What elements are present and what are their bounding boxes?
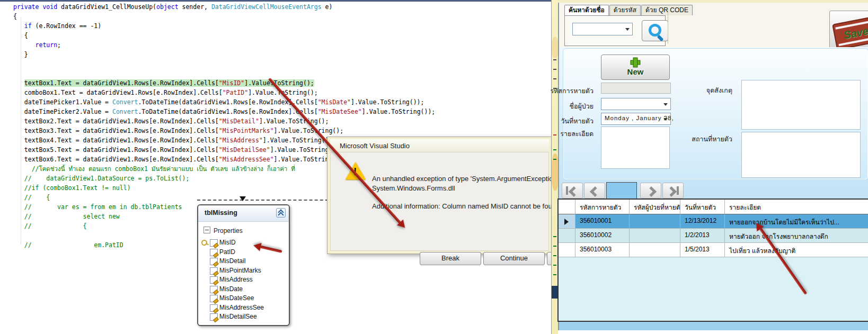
- current-row-icon: [564, 219, 569, 225]
- grid-cell[interactable]: ไปเที่ยว แล้วหลงกับญาติ: [725, 243, 868, 257]
- entity-field-misdetail[interactable]: MisDetail: [198, 257, 289, 266]
- save-button[interactable]: Save: [829, 11, 868, 53]
- tblmissing-header[interactable]: tblMissing: [198, 205, 289, 222]
- property-icon: [210, 286, 218, 293]
- dialog-titlebar[interactable]: Microsoft Visual Studio: [330, 139, 549, 152]
- dialog-message-line3: Additional information: Column named Mis…: [372, 202, 562, 210]
- property-icon: [210, 276, 218, 284]
- code-line: }: [13, 50, 435, 59]
- grid-cell[interactable]: 356010003: [575, 243, 630, 257]
- plus-icon: [631, 58, 640, 67]
- break-button[interactable]: Break: [420, 252, 481, 265]
- chevron-down-icon: [663, 103, 668, 106]
- nav-last-button[interactable]: [662, 183, 684, 198]
- grid-cell[interactable]: 1/2/2013: [680, 229, 725, 243]
- grid-header-cell[interactable]: รายละเอียด: [725, 200, 868, 214]
- grid-header-cell[interactable]: รหัสผู้ป่วยที่หายตัว: [630, 200, 680, 214]
- grid-row-selector[interactable]: [559, 214, 575, 229]
- landmark-textarea[interactable]: [741, 80, 861, 130]
- grid-cell[interactable]: 356010001: [575, 214, 630, 229]
- grid-row-selector[interactable]: [559, 229, 575, 243]
- grid-cell[interactable]: หายตัวออก จากโรงพยาบาลกลางดึก: [725, 229, 868, 243]
- entity-field-mispointmarks[interactable]: MisPointMarks: [198, 266, 289, 276]
- code-line: dateTimePicker2.Value = Convert.ToDateTi…: [13, 107, 435, 116]
- tab-0[interactable]: ค้นหาด้วยชื่อ: [564, 5, 609, 16]
- detail-label: รายละเอียด: [560, 129, 594, 139]
- grid-cell[interactable]: [630, 229, 680, 243]
- grid-header-cell[interactable]: รหัสการหายตัว: [575, 200, 630, 214]
- grid-cell[interactable]: 1/5/2013: [680, 243, 725, 257]
- record-groupbox: New รหัสการหายตัว ชื่อผู้ป่วย วันที่หายต…: [563, 49, 868, 179]
- tab-1[interactable]: ด้วยรหัส: [609, 5, 641, 15]
- properties-section[interactable]: Properties: [203, 227, 243, 235]
- property-icon: [210, 249, 218, 256]
- place-textarea[interactable]: [741, 132, 861, 178]
- code-line: comboBox1.Text = dataGridView1.Rows[e.Ro…: [13, 88, 435, 97]
- entity-field-misdatesee[interactable]: MisDateSee: [198, 294, 289, 303]
- dialog-message-line2: System.Windows.Forms.dll: [372, 184, 455, 192]
- collapse-button[interactable]: [276, 208, 286, 218]
- entity-field-misaddress[interactable]: MisAddress: [198, 275, 289, 285]
- grid-header-selector: [559, 200, 575, 214]
- grid-row-356010001[interactable]: 35601000112/13/2012หายออกจากบ้านโดยไม่มี…: [559, 214, 868, 229]
- nav-next-button[interactable]: [640, 183, 661, 198]
- chevron-right-icon: [646, 186, 657, 197]
- patient-name-label: ชื่อผู้ป่วย: [569, 101, 594, 112]
- save-stamp-icon: Save: [832, 15, 868, 50]
- property-icon: [210, 304, 218, 312]
- grid-row-selector[interactable]: [559, 243, 575, 257]
- grid-cell[interactable]: [630, 214, 680, 229]
- code-line: [13, 69, 435, 78]
- chevron-left-icon: [569, 186, 579, 197]
- missing-records-grid[interactable]: รหัสการหายตัวรหัสผู้ป่วยที่หายตัววันที่ห…: [557, 198, 868, 322]
- grid-cell[interactable]: 356010002: [575, 229, 630, 243]
- landmark-label: จุดสังเกตุ: [706, 85, 732, 96]
- continue-button[interactable]: Continue: [483, 252, 545, 265]
- entity-field-misid[interactable]: MisID: [198, 238, 289, 248]
- grid-cell[interactable]: 12/13/2012: [680, 214, 725, 229]
- search-tab-page: [564, 15, 666, 46]
- search-icon: [649, 24, 661, 37]
- nav-first-button[interactable]: [562, 183, 583, 198]
- property-icon: [210, 295, 218, 302]
- code-line: if (e.RowIndex == -1): [13, 21, 435, 31]
- tblmissing-title: tblMissing: [205, 209, 237, 216]
- grid-row-356010003[interactable]: 3560100031/5/2013ไปเที่ยว แล้วหลงกับญาติ: [559, 243, 868, 257]
- code-line: {: [13, 31, 435, 40]
- dialog-body: An unhandled exception of type 'System.A…: [330, 152, 549, 251]
- patient-name-combobox[interactable]: [601, 98, 671, 110]
- missing-code-field[interactable]: [601, 83, 671, 94]
- code-line: textBox2.Text = dataGridView1.Rows[e.Row…: [13, 116, 435, 126]
- exception-dialog: Microsoft Visual Studio An unhandled exc…: [327, 137, 552, 254]
- collapse-minus-icon[interactable]: [203, 227, 210, 233]
- tblmissing-entity-panel[interactable]: tblMissing Properties MisIDPatIDMisDetai…: [197, 204, 290, 326]
- entity-field-misaddresssee[interactable]: MisAddressSee: [198, 303, 289, 313]
- toolbar-separator: [668, 11, 668, 43]
- nav-prev-button[interactable]: [584, 183, 605, 198]
- chevron-down-icon: [663, 118, 668, 121]
- dialog-title: Microsoft Visual Studio: [340, 142, 410, 150]
- new-button[interactable]: New: [601, 55, 670, 80]
- code-line: {: [13, 12, 435, 21]
- save-button-label: Save: [843, 25, 868, 41]
- entity-field-misdate[interactable]: MisDate: [198, 285, 289, 294]
- search-button[interactable]: [642, 20, 668, 41]
- record-position-box[interactable]: [606, 182, 637, 199]
- grid-header-row: รหัสการหายตัวรหัสผู้ป่วยที่หายตัววันที่ห…: [559, 200, 868, 214]
- tab-2[interactable]: ด้วย QR CODE: [641, 5, 693, 15]
- grid-row-356010002[interactable]: 3560100021/2/2013หายตัวออก จากโรงพยาบาลก…: [559, 229, 868, 243]
- designer-drop-arrow-icon: [240, 196, 246, 201]
- code-line: dateTimePicker1.Value = Convert.ToDateTi…: [13, 97, 435, 107]
- screenshot-root: private void dataGridView1_CellMouseUp(o…: [0, 0, 868, 334]
- grid-cell[interactable]: [630, 243, 680, 257]
- property-icon: [210, 313, 218, 321]
- missing-date-picker[interactable]: Monday , January 28,: [601, 113, 671, 125]
- entity-field-misdetailsee[interactable]: MisDetailSee: [198, 312, 289, 322]
- grid-header-cell[interactable]: วันที่หายตัว: [680, 200, 725, 214]
- code-line: [13, 59, 435, 69]
- search-tabs: ค้นหาด้วยชื่อด้วยรหัสด้วย QR CODE: [564, 5, 693, 16]
- chevron-left-icon: [590, 186, 600, 197]
- search-combobox[interactable]: [572, 23, 633, 35]
- detail-textarea[interactable]: [601, 127, 670, 169]
- grid-cell[interactable]: หายออกจากบ้านโดยไม่มีใครเห็นว่าไป...: [725, 214, 868, 229]
